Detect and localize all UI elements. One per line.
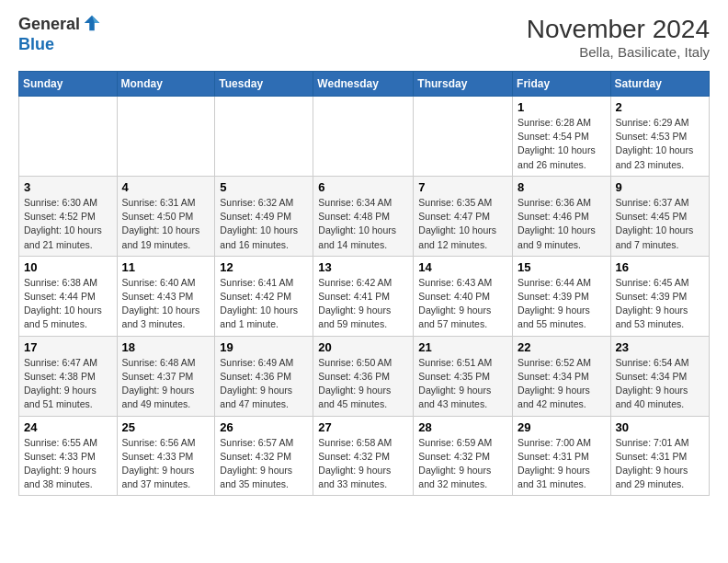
logo: General Blue	[18, 15, 102, 54]
day-info: Sunrise: 6:59 AM Sunset: 4:32 PM Dayligh…	[418, 436, 507, 492]
day-info: Sunrise: 6:41 AM Sunset: 4:42 PM Dayligh…	[220, 276, 308, 332]
calendar-table: Sunday Monday Tuesday Wednesday Thursday…	[18, 71, 710, 496]
calendar-cell: 19Sunrise: 6:49 AM Sunset: 4:36 PM Dayli…	[215, 336, 313, 416]
day-number: 30	[616, 420, 704, 434]
day-info: Sunrise: 6:44 AM Sunset: 4:39 PM Dayligh…	[518, 276, 606, 332]
day-number: 15	[518, 260, 606, 274]
calendar-cell: 15Sunrise: 6:44 AM Sunset: 4:39 PM Dayli…	[513, 256, 611, 336]
calendar-cell: 6Sunrise: 6:34 AM Sunset: 4:48 PM Daylig…	[313, 176, 414, 256]
logo-blue: Blue	[18, 35, 102, 55]
calendar-cell: 30Sunrise: 7:01 AM Sunset: 4:31 PM Dayli…	[610, 416, 709, 496]
calendar-week-1: 3Sunrise: 6:30 AM Sunset: 4:52 PM Daylig…	[19, 176, 710, 256]
day-info: Sunrise: 6:28 AM Sunset: 4:54 PM Dayligh…	[518, 116, 606, 172]
day-number: 1	[518, 100, 606, 114]
day-number: 3	[24, 180, 112, 194]
calendar-cell: 1Sunrise: 6:28 AM Sunset: 4:54 PM Daylig…	[513, 97, 611, 177]
day-info: Sunrise: 6:38 AM Sunset: 4:44 PM Dayligh…	[24, 276, 112, 332]
header-saturday: Saturday	[610, 72, 709, 97]
calendar-cell: 28Sunrise: 6:59 AM Sunset: 4:32 PM Dayli…	[414, 416, 513, 496]
calendar-cell: 23Sunrise: 6:54 AM Sunset: 4:34 PM Dayli…	[610, 336, 709, 416]
calendar-cell: 11Sunrise: 6:40 AM Sunset: 4:43 PM Dayli…	[117, 256, 215, 336]
day-number: 17	[24, 340, 112, 354]
day-info: Sunrise: 6:36 AM Sunset: 4:46 PM Dayligh…	[518, 196, 606, 252]
calendar-week-3: 17Sunrise: 6:47 AM Sunset: 4:38 PM Dayli…	[19, 336, 710, 416]
calendar-cell: 4Sunrise: 6:31 AM Sunset: 4:50 PM Daylig…	[117, 176, 215, 256]
day-number: 20	[318, 340, 408, 354]
day-number: 8	[518, 180, 606, 194]
logo-text: General	[18, 15, 80, 35]
day-info: Sunrise: 6:34 AM Sunset: 4:48 PM Dayligh…	[318, 196, 408, 252]
calendar-cell	[19, 97, 118, 177]
day-info: Sunrise: 6:47 AM Sunset: 4:38 PM Dayligh…	[24, 356, 112, 412]
day-info: Sunrise: 6:50 AM Sunset: 4:36 PM Dayligh…	[318, 356, 408, 412]
calendar-cell: 5Sunrise: 6:32 AM Sunset: 4:49 PM Daylig…	[215, 176, 313, 256]
day-number: 21	[418, 340, 507, 354]
calendar-cell: 22Sunrise: 6:52 AM Sunset: 4:34 PM Dayli…	[513, 336, 611, 416]
day-number: 24	[24, 420, 112, 434]
calendar-cell: 26Sunrise: 6:57 AM Sunset: 4:32 PM Dayli…	[215, 416, 313, 496]
calendar-cell: 2Sunrise: 6:29 AM Sunset: 4:53 PM Daylig…	[610, 97, 709, 177]
day-info: Sunrise: 6:51 AM Sunset: 4:35 PM Dayligh…	[418, 356, 507, 412]
page-container: General Blue November 2024 Bella, Basili…	[0, 0, 728, 511]
day-info: Sunrise: 6:55 AM Sunset: 4:33 PM Dayligh…	[24, 436, 112, 492]
day-info: Sunrise: 6:29 AM Sunset: 4:53 PM Dayligh…	[616, 116, 704, 172]
day-number: 12	[220, 260, 308, 274]
day-info: Sunrise: 6:49 AM Sunset: 4:36 PM Dayligh…	[220, 356, 308, 412]
calendar-cell: 27Sunrise: 6:58 AM Sunset: 4:32 PM Dayli…	[313, 416, 414, 496]
calendar-cell	[313, 97, 414, 177]
calendar-cell: 25Sunrise: 6:56 AM Sunset: 4:33 PM Dayli…	[117, 416, 215, 496]
calendar-cell: 17Sunrise: 6:47 AM Sunset: 4:38 PM Dayli…	[19, 336, 118, 416]
calendar-cell: 20Sunrise: 6:50 AM Sunset: 4:36 PM Dayli…	[313, 336, 414, 416]
calendar-cell: 9Sunrise: 6:37 AM Sunset: 4:45 PM Daylig…	[610, 176, 709, 256]
day-info: Sunrise: 6:45 AM Sunset: 4:39 PM Dayligh…	[616, 276, 704, 332]
day-info: Sunrise: 6:32 AM Sunset: 4:49 PM Dayligh…	[220, 196, 308, 252]
calendar-week-4: 24Sunrise: 6:55 AM Sunset: 4:33 PM Dayli…	[19, 416, 710, 496]
day-info: Sunrise: 6:40 AM Sunset: 4:43 PM Dayligh…	[122, 276, 210, 332]
day-info: Sunrise: 6:37 AM Sunset: 4:45 PM Dayligh…	[616, 196, 704, 252]
header-wednesday: Wednesday	[313, 72, 414, 97]
day-info: Sunrise: 6:54 AM Sunset: 4:34 PM Dayligh…	[616, 356, 704, 412]
day-number: 25	[122, 420, 210, 434]
calendar-cell: 10Sunrise: 6:38 AM Sunset: 4:44 PM Dayli…	[19, 256, 118, 336]
day-info: Sunrise: 6:56 AM Sunset: 4:33 PM Dayligh…	[122, 436, 210, 492]
logo-general: General	[18, 15, 80, 33]
calendar-cell: 29Sunrise: 7:00 AM Sunset: 4:31 PM Dayli…	[513, 416, 611, 496]
day-number: 14	[418, 260, 507, 274]
calendar-cell: 8Sunrise: 6:36 AM Sunset: 4:46 PM Daylig…	[513, 176, 611, 256]
header-friday: Friday	[513, 72, 611, 97]
page-subtitle: Bella, Basilicate, Italy	[527, 44, 710, 60]
calendar-cell	[215, 97, 313, 177]
calendar-cell: 18Sunrise: 6:48 AM Sunset: 4:37 PM Dayli…	[117, 336, 215, 416]
calendar-cell: 14Sunrise: 6:43 AM Sunset: 4:40 PM Dayli…	[414, 256, 513, 336]
header-tuesday: Tuesday	[215, 72, 313, 97]
day-number: 2	[616, 100, 704, 114]
calendar-cell: 3Sunrise: 6:30 AM Sunset: 4:52 PM Daylig…	[19, 176, 118, 256]
calendar-cell: 12Sunrise: 6:41 AM Sunset: 4:42 PM Dayli…	[215, 256, 313, 336]
day-number: 4	[122, 180, 210, 194]
day-number: 13	[318, 260, 408, 274]
day-info: Sunrise: 6:52 AM Sunset: 4:34 PM Dayligh…	[518, 356, 606, 412]
logo-icon	[82, 13, 102, 33]
day-number: 16	[616, 260, 704, 274]
header-monday: Monday	[117, 72, 215, 97]
day-info: Sunrise: 6:58 AM Sunset: 4:32 PM Dayligh…	[318, 436, 408, 492]
calendar-cell: 7Sunrise: 6:35 AM Sunset: 4:47 PM Daylig…	[414, 176, 513, 256]
calendar-cell: 24Sunrise: 6:55 AM Sunset: 4:33 PM Dayli…	[19, 416, 118, 496]
calendar-cell	[414, 97, 513, 177]
day-info: Sunrise: 7:00 AM Sunset: 4:31 PM Dayligh…	[518, 436, 606, 492]
day-info: Sunrise: 6:35 AM Sunset: 4:47 PM Dayligh…	[418, 196, 507, 252]
day-info: Sunrise: 6:48 AM Sunset: 4:37 PM Dayligh…	[122, 356, 210, 412]
day-number: 9	[616, 180, 704, 194]
day-info: Sunrise: 6:43 AM Sunset: 4:40 PM Dayligh…	[418, 276, 507, 332]
header: General Blue November 2024 Bella, Basili…	[18, 15, 710, 60]
day-number: 18	[122, 340, 210, 354]
calendar-cell: 13Sunrise: 6:42 AM Sunset: 4:41 PM Dayli…	[313, 256, 414, 336]
page-title: November 2024	[527, 15, 710, 44]
calendar-week-2: 10Sunrise: 6:38 AM Sunset: 4:44 PM Dayli…	[19, 256, 710, 336]
calendar-cell: 16Sunrise: 6:45 AM Sunset: 4:39 PM Dayli…	[610, 256, 709, 336]
day-number: 23	[616, 340, 704, 354]
header-thursday: Thursday	[414, 72, 513, 97]
calendar-cell	[117, 97, 215, 177]
day-info: Sunrise: 6:57 AM Sunset: 4:32 PM Dayligh…	[220, 436, 308, 492]
day-info: Sunrise: 6:42 AM Sunset: 4:41 PM Dayligh…	[318, 276, 408, 332]
